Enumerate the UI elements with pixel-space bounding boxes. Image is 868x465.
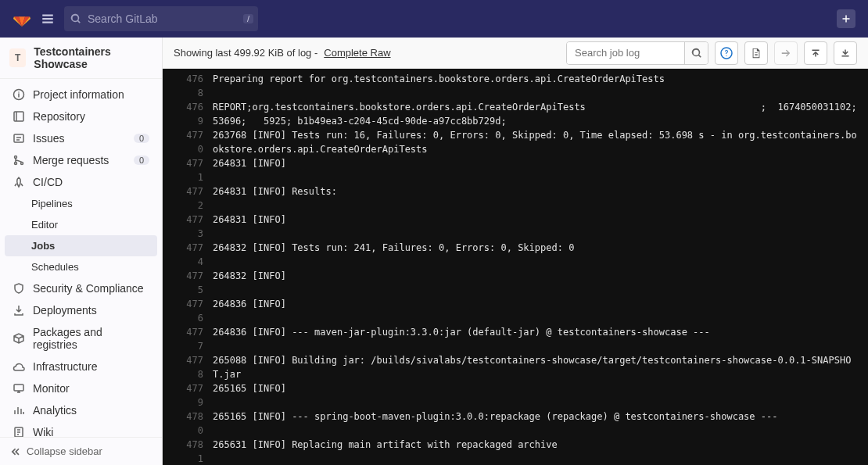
- monitor-icon: [13, 382, 25, 395]
- line-number[interactable]: 4776: [181, 297, 213, 325]
- log-text: 264831 [INFO]: [213, 213, 860, 241]
- log-text: 264831 [INFO]: [213, 156, 860, 184]
- collapse-chevron-icon: [170, 72, 181, 100]
- search-icon: [70, 13, 81, 24]
- sidebar-item-ci-cd[interactable]: CI/CD: [5, 171, 157, 193]
- sidebar: T Testcontainers Showcase Project inform…: [0, 38, 163, 465]
- search-icon: [691, 48, 702, 59]
- project-name: Testcontainers Showcase: [34, 45, 152, 70]
- collapse-chevron-icon: [170, 269, 181, 297]
- line-number[interactable]: 4770: [181, 128, 213, 156]
- package-icon: [13, 332, 25, 345]
- sidebar-subitem-pipelines[interactable]: Pipelines: [5, 193, 157, 214]
- log-text: 264832 [INFO]: [213, 269, 860, 297]
- collapse-chevron-icon: [170, 213, 181, 241]
- job-search-button[interactable]: [684, 42, 708, 64]
- log-line: 4774264832 [INFO] Tests run: 241, Failur…: [163, 241, 868, 269]
- rocket-icon: [13, 176, 25, 188]
- sidebar-item-repository[interactable]: Repository: [5, 106, 157, 127]
- collapse-chevron-icon: [170, 241, 181, 269]
- sidebar-item-project-information[interactable]: Project information: [5, 84, 157, 106]
- line-number[interactable]: 4778: [181, 353, 213, 381]
- sidebar-subitem-editor[interactable]: Editor: [5, 214, 157, 235]
- create-new-button[interactable]: [837, 9, 855, 28]
- project-avatar: T: [9, 48, 26, 67]
- search-shortcut-badge: /: [243, 14, 253, 23]
- line-number[interactable]: 4768: [181, 72, 213, 100]
- gitlab-logo[interactable]: [13, 9, 31, 28]
- sidebar-item-security-compliance[interactable]: Security & Compliance: [5, 277, 157, 299]
- log-line: 4775264832 [INFO]: [163, 269, 868, 297]
- main-content: Showing last 499.92 KiB of log - Complet…: [163, 38, 868, 465]
- line-number[interactable]: 4774: [181, 241, 213, 269]
- job-search-input[interactable]: [567, 42, 684, 64]
- raw-log-button[interactable]: [744, 41, 768, 65]
- log-line: 4773264831 [INFO]: [163, 213, 868, 241]
- line-number[interactable]: 4773: [181, 213, 213, 241]
- project-header[interactable]: T Testcontainers Showcase: [0, 38, 162, 79]
- sidebar-item-issues[interactable]: Issues0: [5, 127, 157, 149]
- collapse-chevron-icon: [170, 156, 181, 184]
- sidebar-subitem-schedules[interactable]: Schedules: [5, 256, 157, 277]
- svg-point-5: [21, 163, 23, 165]
- issues-icon: [13, 132, 25, 145]
- count-badge: 0: [134, 156, 149, 165]
- log-line: 4779265165 [INFO]: [163, 381, 868, 410]
- log-line: 4770263768 [INFO] Tests run: 16, Failure…: [163, 128, 868, 156]
- scroll-top-button[interactable]: [804, 41, 827, 65]
- sidebar-item-merge-requests[interactable]: Merge requests0: [5, 149, 157, 171]
- sidebar-item-monitor[interactable]: Monitor: [5, 377, 157, 399]
- complete-raw-link[interactable]: Complete Raw: [324, 47, 390, 59]
- sidebar-item-wiki[interactable]: Wiki: [5, 421, 157, 437]
- svg-rect-2: [14, 134, 23, 142]
- log-line: 4776264836 [INFO]: [163, 297, 868, 325]
- sidebar-item-packages-and-registries[interactable]: Packages and registries: [5, 321, 157, 356]
- cancel-button[interactable]: [774, 41, 798, 65]
- job-log-search: [566, 41, 708, 65]
- log-line: 4777264836 [INFO] --- maven-jar-plugin:3…: [163, 325, 868, 353]
- collapse-chevron-icon: [170, 353, 181, 381]
- sidebar-item-analytics[interactable]: Analytics: [5, 399, 157, 421]
- line-number[interactable]: 4775: [181, 269, 213, 297]
- job-log[interactable]: 4768Preparing report for org.testcontain…: [163, 69, 868, 465]
- sidebar-item-deployments[interactable]: Deployments: [5, 299, 157, 321]
- log-toolbar: Showing last 499.92 KiB of log - Complet…: [163, 38, 868, 69]
- log-text: 263768 [INFO] Tests run: 16, Failures: 0…: [213, 128, 860, 156]
- search-input[interactable]: [64, 6, 258, 31]
- log-line: 4778265088 [INFO] Building jar: /builds/…: [163, 353, 868, 381]
- collapse-sidebar-button[interactable]: Collapse sidebar: [0, 437, 162, 465]
- line-number[interactable]: 4781: [181, 438, 213, 465]
- line-number[interactable]: 4777: [181, 325, 213, 353]
- line-number[interactable]: 4769: [181, 100, 213, 128]
- line-number[interactable]: 4772: [181, 184, 213, 213]
- deploy-icon: [13, 304, 25, 317]
- line-number[interactable]: 4780: [181, 410, 213, 438]
- scroll-bottom-button[interactable]: [834, 41, 857, 65]
- log-text: 264836 [INFO] --- maven-jar-plugin:3.3.0…: [213, 325, 860, 353]
- collapse-label: Collapse sidebar: [27, 445, 102, 457]
- log-text: 264831 [INFO] Results:: [213, 184, 860, 213]
- hamburger-menu-icon[interactable]: [41, 12, 55, 26]
- repo-icon: [13, 110, 25, 123]
- chevron-double-left-icon: [9, 446, 20, 457]
- log-line: 4769REPORT;org.testcontainers.bookstore.…: [163, 100, 868, 128]
- sidebar-item-infrastructure[interactable]: Infrastructure: [5, 356, 157, 377]
- line-number[interactable]: 4779: [181, 381, 213, 410]
- log-text: 265631 [INFO] Replacing main artifact wi…: [213, 438, 860, 465]
- log-text: 265088 [INFO] Building jar: /builds/siva…: [213, 353, 860, 381]
- collapse-chevron-icon: [170, 100, 181, 128]
- showing-text: Showing last 499.92 KiB of log -: [174, 47, 317, 59]
- log-text: 264832 [INFO] Tests run: 241, Failures: …: [213, 241, 860, 269]
- collapse-chevron-icon: [170, 410, 181, 438]
- help-button[interactable]: [715, 41, 738, 65]
- line-number[interactable]: 4771: [181, 156, 213, 184]
- arrow-up-icon: [811, 48, 820, 58]
- log-text: REPORT;org.testcontainers.bookstore.orde…: [213, 100, 860, 128]
- collapse-chevron-icon: [170, 184, 181, 213]
- merge-icon: [13, 154, 25, 166]
- sidebar-subitem-jobs[interactable]: Jobs: [5, 235, 157, 256]
- top-navigation: /: [0, 0, 868, 38]
- arrow-down-icon: [841, 48, 850, 58]
- infra-icon: [13, 360, 25, 373]
- log-line: 4771264831 [INFO]: [163, 156, 868, 184]
